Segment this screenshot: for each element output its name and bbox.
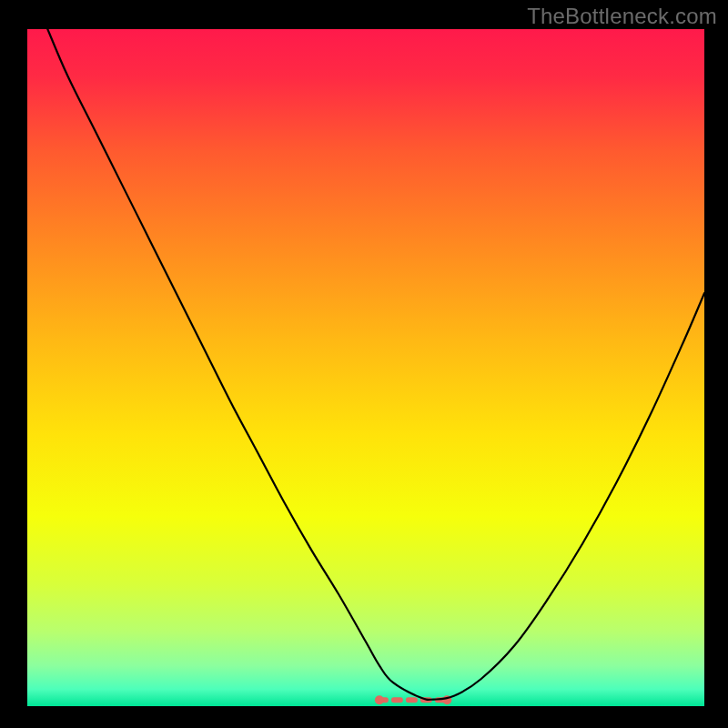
attribution-text: TheBottleneck.com — [527, 4, 717, 29]
min-segment-start-dot — [375, 695, 384, 704]
bottleneck-chart — [27, 29, 704, 706]
chart-frame: TheBottleneck.com — [0, 0, 728, 728]
gradient-background — [27, 29, 704, 706]
plot-area — [27, 29, 704, 706]
